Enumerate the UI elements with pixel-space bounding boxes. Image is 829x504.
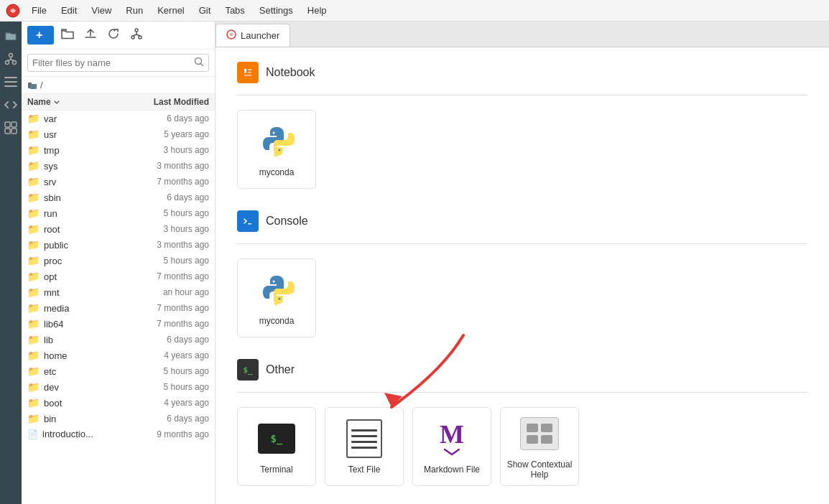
svg-point-1	[9, 54, 13, 57]
file-list: 📁 var 6 days ago 📁 usr 5 years ago 📁 tmp…	[22, 111, 215, 504]
terminal-dollar: $_	[271, 433, 283, 444]
menu-git[interactable]: Git	[193, 4, 217, 17]
svg-point-27	[279, 298, 281, 300]
other-divider	[237, 392, 807, 393]
menu-edit[interactable]: Edit	[55, 4, 83, 17]
folder-icon: 📁	[27, 239, 40, 251]
menu-help[interactable]: Help	[302, 4, 333, 17]
svg-point-22	[273, 132, 275, 134]
menu-tabs[interactable]: Tabs	[219, 4, 250, 17]
notebook-myconda-label: myconda	[259, 167, 295, 177]
git-button[interactable]	[127, 26, 146, 45]
refresh-button[interactable]	[104, 26, 123, 45]
file-row-lib64[interactable]: 📁 lib64 7 months ago	[22, 316, 215, 332]
sidebar-git-icon[interactable]	[2, 50, 19, 67]
other-section-icon: $_	[237, 359, 259, 381]
help-card[interactable]: Show Contextual Help	[500, 407, 579, 486]
file-modified: 4 years ago	[130, 350, 209, 360]
svg-point-11	[135, 29, 138, 32]
file-name: public	[44, 240, 130, 251]
python-icon-console	[256, 270, 297, 310]
textfile-card[interactable]: Text File	[325, 407, 404, 486]
terminal-card[interactable]: $_ Terminal	[237, 407, 316, 486]
logo	[6, 4, 20, 18]
folder-icon: 📁	[27, 318, 40, 330]
file-row-usr[interactable]: 📁 usr 5 years ago	[22, 126, 215, 142]
file-row-bin[interactable]: 📁 bin 6 days ago	[22, 411, 215, 426]
search-icon-button[interactable]	[194, 57, 204, 69]
file-row-root[interactable]: 📁 root 3 hours ago	[22, 221, 215, 237]
python-icon	[256, 121, 297, 162]
open-folder-button[interactable]	[58, 26, 77, 45]
file-name: boot	[44, 398, 130, 409]
file-modified: 5 hours ago	[130, 208, 209, 218]
menu-run[interactable]: Run	[120, 4, 149, 17]
col-name-header[interactable]: Name	[27, 97, 130, 107]
other-section-header: $_ Other	[237, 359, 807, 381]
svg-point-13	[139, 36, 142, 39]
file-name: sbin	[44, 192, 130, 203]
menu-kernel[interactable]: Kernel	[152, 4, 190, 17]
file-row-var[interactable]: 📁 var 6 days ago	[22, 111, 215, 126]
file-row-public[interactable]: 📁 public 3 months ago	[22, 237, 215, 253]
menu-file[interactable]: File	[26, 4, 52, 17]
file-list-header: Name Last Modified	[22, 94, 215, 111]
console-myconda-card[interactable]: myconda	[237, 258, 316, 337]
file-modified: 7 months ago	[130, 303, 209, 313]
file-name: lib	[44, 335, 130, 345]
svg-point-23	[279, 149, 281, 151]
svg-rect-25	[248, 223, 251, 225]
file-modified: 6 days ago	[130, 192, 209, 202]
file-name: root	[44, 224, 130, 235]
file-row-etc[interactable]: 📁 etc 5 hours ago	[22, 363, 215, 379]
markdown-card[interactable]: M Markdown File	[412, 407, 491, 486]
file-row-lib[interactable]: 📁 lib 6 days ago	[22, 332, 215, 347]
search-input-wrap[interactable]	[27, 54, 209, 72]
col-modified-header[interactable]: Last Modified	[130, 97, 209, 107]
file-row-intro[interactable]: 📄 introductio... 9 months ago	[22, 426, 215, 442]
notebook-divider	[237, 95, 807, 95]
menu-settings[interactable]: Settings	[254, 4, 299, 17]
notebook-cards: myconda	[237, 110, 807, 189]
file-row-media[interactable]: 📁 media 7 months ago	[22, 300, 215, 316]
svg-rect-21	[244, 75, 251, 76]
file-row-tmp[interactable]: 📁 tmp 3 hours ago	[22, 142, 215, 158]
svg-rect-20	[248, 72, 251, 73]
folder-icon: 📁	[27, 129, 40, 140]
folder-icon: 📁	[27, 286, 40, 298]
sidebar-code-icon[interactable]	[2, 96, 19, 113]
notebook-myconda-card[interactable]: myconda	[237, 110, 316, 189]
file-modified: 7 months ago	[130, 319, 209, 329]
file-row-sys[interactable]: 📁 sys 3 months ago	[22, 158, 215, 174]
file-row-sbin[interactable]: 📁 sbin 6 days ago	[22, 190, 215, 205]
svg-rect-9	[5, 129, 10, 134]
folder-icon: 📁	[27, 397, 40, 409]
file-row-run[interactable]: 📁 run 5 hours ago	[22, 205, 215, 221]
folder-icon: 📁	[27, 144, 40, 156]
file-row-home[interactable]: 📁 home 4 years ago	[22, 347, 215, 363]
folder-icon: 📁	[27, 334, 40, 345]
file-row-opt[interactable]: 📁 opt 7 months ago	[22, 269, 215, 284]
help-icon	[519, 414, 560, 454]
sidebar-puzzle-icon[interactable]	[2, 119, 19, 136]
file-row-srv[interactable]: 📁 srv 7 months ago	[22, 174, 215, 190]
tab-launcher-icon	[226, 29, 236, 42]
file-row-boot[interactable]: 📁 boot 4 years ago	[22, 395, 215, 411]
tab-launcher[interactable]: Launcher	[216, 24, 290, 47]
menu-view[interactable]: View	[85, 4, 117, 17]
file-name: etc	[44, 366, 130, 377]
svg-rect-7	[5, 122, 10, 127]
file-row-dev[interactable]: 📁 dev 5 hours ago	[22, 379, 215, 395]
upload-button[interactable]	[81, 26, 100, 45]
svg-rect-8	[11, 122, 17, 127]
file-modified: 3 hours ago	[130, 145, 209, 155]
file-modified: 7 months ago	[130, 177, 209, 187]
folder-icon: 📁	[27, 160, 40, 172]
file-row-mnt[interactable]: 📁 mnt an hour ago	[22, 284, 215, 300]
sidebar-menu-icon[interactable]	[2, 73, 19, 90]
folder-icon: 📁	[27, 350, 40, 361]
search-input[interactable]	[32, 57, 194, 68]
new-button[interactable]: +	[27, 26, 54, 45]
file-row-proc[interactable]: 📁 proc 5 hours ago	[22, 253, 215, 269]
sidebar-folder-icon[interactable]	[2, 27, 19, 45]
